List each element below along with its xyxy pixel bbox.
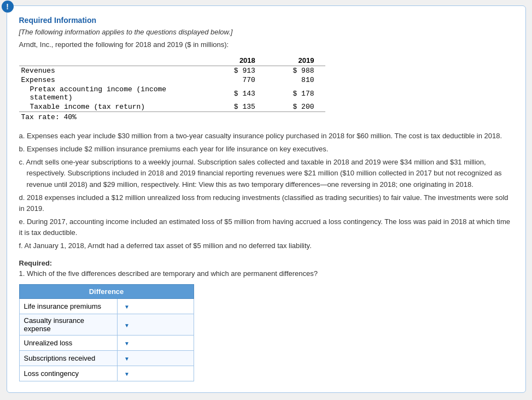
diff-input-casualty[interactable]: ▼: [118, 314, 194, 336]
row-label-taxable: Taxable income (tax return): [19, 102, 208, 112]
table-row: Taxable income (tax return) $ 135 $ 200: [19, 102, 325, 112]
diff-label-subscriptions: Subscriptions received: [19, 351, 118, 366]
financial-table: 2018 2019 Revenues $ 913 $ 988 Expenses …: [19, 55, 325, 122]
revenues-2018: $ 913: [207, 66, 266, 76]
col-2018: 2018: [207, 55, 266, 66]
pretax-2019: $ 178: [266, 85, 325, 102]
chevron-down-icon[interactable]: ▼: [124, 371, 130, 377]
row-label-revenues: Revenues: [19, 66, 208, 76]
note-b: b. Expenses include $2 million insurance…: [19, 144, 513, 155]
diff-table-header: Difference: [19, 285, 194, 299]
diff-row-subscriptions: Subscriptions received ▼: [19, 351, 194, 366]
question-text: 1. Which of the five differences describ…: [19, 269, 513, 278]
diff-label-unrealized: Unrealized loss: [19, 336, 118, 351]
main-card: ! Required Information [The following in…: [7, 5, 526, 393]
row-label-taxrate: Tax rate: 40%: [19, 112, 325, 122]
required-label: Required:: [19, 259, 513, 267]
subtitle-text: [The following information applies to th…: [19, 28, 513, 36]
expenses-2019: 810: [266, 75, 325, 85]
row-label-pretax: Pretax accounting income (income stateme…: [19, 85, 208, 102]
alert-icon: !: [2, 1, 14, 13]
diff-row-life-insurance: Life insurance premiums ▼: [19, 299, 194, 314]
col-2019: 2019: [266, 55, 325, 66]
chevron-down-icon[interactable]: ▼: [124, 304, 130, 310]
note-d: d. 2018 expenses included a $12 million …: [19, 192, 513, 214]
expenses-2018: 770: [207, 75, 266, 85]
diff-input-unrealized[interactable]: ▼: [118, 336, 194, 351]
diff-input-loss-contingency[interactable]: ▼: [118, 366, 194, 381]
diff-row-loss-contingency: Loss contingency ▼: [19, 366, 194, 381]
taxable-2019: $ 200: [266, 102, 325, 112]
chevron-down-icon[interactable]: ▼: [124, 340, 130, 346]
intro-text: Arndt, Inc., reported the following for …: [19, 40, 513, 49]
note-c: c. Arndt sells one-year subscriptions to…: [19, 157, 513, 190]
table-row: Expenses 770 810: [19, 75, 325, 85]
revenues-2019: $ 988: [266, 66, 325, 76]
diff-input-life-insurance[interactable]: ▼: [118, 299, 194, 314]
difference-table: Difference Life insurance premiums ▼ Cas…: [19, 284, 194, 381]
row-label-expenses: Expenses: [19, 75, 208, 85]
required-info-title: Required Information: [19, 16, 513, 25]
diff-input-subscriptions[interactable]: ▼: [118, 351, 194, 366]
table-row: Tax rate: 40%: [19, 112, 325, 122]
chevron-down-icon[interactable]: ▼: [124, 322, 130, 328]
note-a: a. Expenses each year include $30 millio…: [19, 131, 513, 142]
diff-label-casualty: Casualty insurance expense: [19, 314, 118, 336]
pretax-2018: $ 143: [207, 85, 266, 102]
diff-label-life-insurance: Life insurance premiums: [19, 299, 118, 314]
table-row: Pretax accounting income (income stateme…: [19, 85, 325, 102]
required-section: Required: 1. Which of the five differenc…: [19, 259, 513, 381]
taxable-2018: $ 135: [207, 102, 266, 112]
diff-label-loss-contingency: Loss contingency: [19, 366, 118, 381]
diff-row-unrealized: Unrealized loss ▼: [19, 336, 194, 351]
chevron-down-icon[interactable]: ▼: [124, 356, 130, 362]
note-e: e. During 2017, accounting income includ…: [19, 216, 513, 238]
note-f: f. At January 1, 2018, Arndt had a defer…: [19, 240, 513, 251]
diff-row-casualty: Casualty insurance expense ▼: [19, 314, 194, 336]
table-row: Revenues $ 913 $ 988: [19, 66, 325, 76]
notes-section: a. Expenses each year include $30 millio…: [19, 131, 513, 251]
